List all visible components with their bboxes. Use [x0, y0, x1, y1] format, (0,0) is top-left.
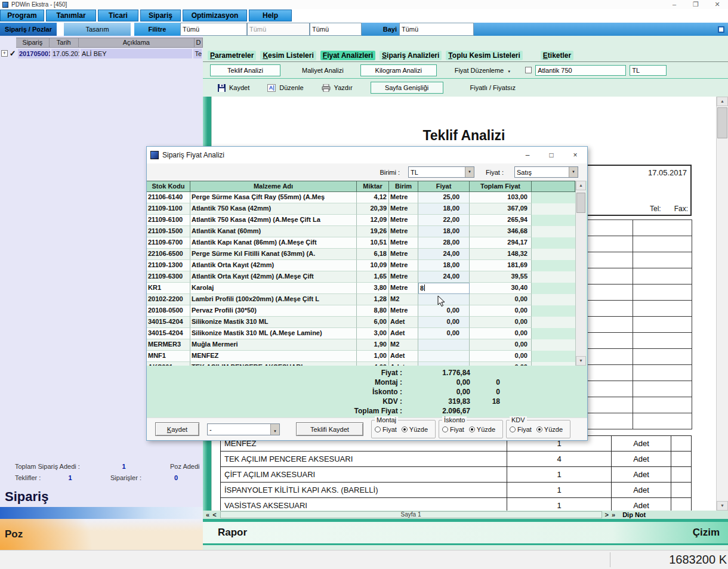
close-icon[interactable]: ✕ — [707, 0, 728, 9]
kilogram-analizi-button[interactable]: Kilogram Analizi — [360, 64, 437, 76]
yazdir-button[interactable]: Yazdır — [322, 84, 353, 92]
tasarim-button[interactable]: Tasarım — [64, 23, 131, 36]
minimize-icon[interactable]: – — [664, 0, 685, 9]
sayfa-genisligi-button[interactable]: Sayfa Genişliği — [371, 82, 443, 94]
window-small-icon[interactable] — [718, 26, 724, 33]
column-header-miktar[interactable]: Miktar — [357, 181, 389, 192]
kaydet-button[interactable]: Kaydet — [218, 84, 249, 92]
next-page-button[interactable]: > — [605, 511, 609, 518]
filter-input-3[interactable] — [310, 23, 362, 36]
report-scrollbar[interactable] — [716, 97, 728, 511]
price-cell[interactable]: 0,00 — [418, 317, 470, 328]
table-row[interactable]: 22106-6500Perge Sürme Kıl Fitilli Kanat … — [147, 249, 575, 260]
column-header-fiyat[interactable]: Fiyat — [418, 181, 470, 192]
teklifi-kaydet-button[interactable]: Teklifi Kaydet — [296, 422, 363, 436]
price-cell[interactable]: 18,00 — [418, 226, 470, 237]
bayi-filter-input[interactable] — [399, 23, 474, 36]
dialog-close-icon[interactable]: × — [563, 147, 587, 163]
price-cell[interactable]: 28,00 — [418, 237, 470, 249]
scroll-up-icon[interactable] — [717, 97, 728, 106]
price-cell[interactable] — [418, 362, 470, 366]
duzenle-button[interactable]: A| Düzenle — [267, 84, 303, 92]
menu-program[interactable]: Program — [0, 10, 44, 21]
siparis-pozlar-button[interactable]: Sipariş / Pozlar — [0, 23, 57, 36]
scroll-thumb[interactable] — [576, 193, 585, 213]
order-description[interactable]: ALİ BEY — [81, 49, 192, 58]
prev-page-button[interactable]: < — [212, 511, 216, 518]
price-cell[interactable]: 0,00 — [418, 328, 470, 339]
scroll-thumb[interactable] — [717, 107, 727, 138]
dialog-titlebar[interactable]: Sipariş Fiyat Analizi – □ × — [147, 147, 587, 163]
column-header-extra[interactable] — [532, 181, 575, 192]
last-page-button[interactable]: » — [612, 511, 615, 518]
dialog-minimize-icon[interactable]: – — [516, 147, 539, 163]
table-row[interactable]: KR1Karolaj3,80Metre830,40 — [147, 283, 575, 294]
menu-tanımlar[interactable]: Tanımlar — [46, 10, 96, 21]
expand-icon[interactable]: + — [1, 50, 8, 57]
birimi-dropdown[interactable]: TL — [408, 166, 474, 178]
tab-toplu-kesim-listeleri[interactable]: Toplu Kesim Listeleri — [446, 51, 522, 60]
radio-kdv-fiyat[interactable]: Fiyat — [510, 426, 532, 433]
profile-checkbox[interactable] — [525, 67, 532, 73]
radio-i-skonto-yüzde[interactable]: Yüzde — [469, 426, 495, 433]
dialog-combo[interactable]: - — [207, 423, 280, 435]
table-row[interactable]: 34015-4204Silikonize Mastik 310 ML (A.Me… — [147, 328, 575, 339]
price-cell[interactable]: 24,00 — [418, 249, 470, 260]
teklif-analizi-button[interactable]: Teklif Analizi — [210, 64, 280, 76]
table-row[interactable]: MNF1MENFEZ1,00Adet0,00 — [147, 351, 575, 362]
radio-i-skonto-fiyat[interactable]: Fiyat — [442, 426, 464, 433]
column-header-stok-kodu[interactable]: Stok Kodu — [147, 181, 190, 192]
scroll-down-icon[interactable] — [717, 501, 728, 511]
order-row[interactable]: + ✓ 201705001 17.05.2017 ALİ BEY Te — [0, 48, 203, 59]
table-row[interactable]: 20108-0500Pervaz Profili (30*50)8,80Metr… — [147, 305, 575, 317]
maliyet-analizi-button[interactable]: Maliyet Analizi — [302, 67, 344, 74]
table-row[interactable]: AKS001TEK AÇILIM PENCERE AKSESUARI4,00Ad… — [147, 362, 575, 366]
cizim-tab[interactable]: Çizim — [693, 527, 720, 539]
fiyatli-fiyatsiz-button[interactable]: Fiyatlı / Fiyatsız — [470, 84, 516, 91]
price-cell[interactable]: 8 — [418, 283, 470, 294]
column-header-birim[interactable]: Birim — [389, 181, 418, 192]
fiyat-tipi-dropdown[interactable]: Satış — [514, 166, 578, 178]
column-header-açıklama[interactable]: Açıklama — [79, 38, 195, 48]
filitre-button[interactable]: Filitre — [134, 23, 180, 36]
dialog-maximize-icon[interactable]: □ — [539, 147, 563, 163]
table-row[interactable]: 21109-6100Atlantik 750 Kasa (42mm) (A.Me… — [147, 215, 575, 226]
dialog-kaydet-button[interactable]: Kaydet — [155, 422, 199, 436]
price-cell[interactable] — [418, 351, 470, 362]
scroll-down-icon[interactable] — [576, 356, 586, 366]
table-row[interactable]: 21109-1100Atlantik 750 Kasa (42mm)20,39M… — [147, 203, 575, 215]
tab-parametreler[interactable]: Parametreler — [208, 51, 256, 60]
tab-sipariş-analizleri[interactable]: Sipariş Analizleri — [380, 51, 442, 60]
currency-input[interactable] — [630, 65, 667, 76]
price-cell[interactable] — [418, 339, 470, 351]
table-row[interactable]: 34015-4204Silikonize Mastik 310 ML6,00Ad… — [147, 317, 575, 328]
tab-kesim-listeleri[interactable]: Kesim Listeleri — [260, 51, 316, 60]
table-row[interactable]: 21106-6140Perge Sürme Kasa Çift Ray (55m… — [147, 192, 575, 203]
table-row[interactable]: 21109-1300Atlantik Orta Kayıt (42mm)10,0… — [147, 260, 575, 271]
radio-montaj-yüzde[interactable]: Yüzde — [402, 426, 428, 433]
tab-etiketler[interactable]: Etiketler — [541, 51, 573, 60]
profile-input[interactable] — [535, 65, 626, 76]
price-cell[interactable]: 24,00 — [418, 271, 470, 283]
column-header-sipariş[interactable]: Sipariş — [16, 38, 50, 48]
page-indicator[interactable]: Sayfa 1 — [220, 511, 602, 518]
fiyat-duzenleme-dropdown[interactable]: Fiyat Düzenleme — [455, 67, 511, 74]
chevron-down-icon[interactable] — [569, 167, 578, 177]
column-header-toplam-fiyat[interactable]: Toplam Fiyat — [470, 181, 532, 192]
dip-not-button[interactable]: Dip Not — [622, 511, 646, 518]
menu-help[interactable]: Help — [249, 10, 292, 21]
menu-sipariş[interactable]: Sipariş — [140, 10, 181, 21]
price-cell[interactable]: 22,00 — [418, 215, 470, 226]
column-header-d[interactable]: D — [195, 38, 203, 48]
table-row[interactable]: 20102-2200Lambri Profili (100x20mm) (A.M… — [147, 294, 575, 305]
tab-fiyat-analizleri[interactable]: Fiyat Analizleri — [320, 51, 375, 60]
filter-input-2[interactable] — [247, 23, 310, 36]
table-row[interactable]: 21109-6700Atlantik Kapı Kanat (86mm) (A.… — [147, 237, 575, 249]
order-number[interactable]: 201705001 — [18, 49, 50, 58]
chevron-down-icon[interactable] — [465, 167, 474, 177]
restore-icon[interactable]: ❐ — [685, 0, 707, 9]
order-date[interactable]: 17.05.2017 — [51, 49, 79, 58]
table-row[interactable]: 21109-6300Atlantik Orta Kayıt (42mm) (A.… — [147, 271, 575, 283]
column-header-tarih[interactable]: Tarih — [50, 38, 79, 48]
order-extra[interactable]: Te — [193, 49, 202, 58]
